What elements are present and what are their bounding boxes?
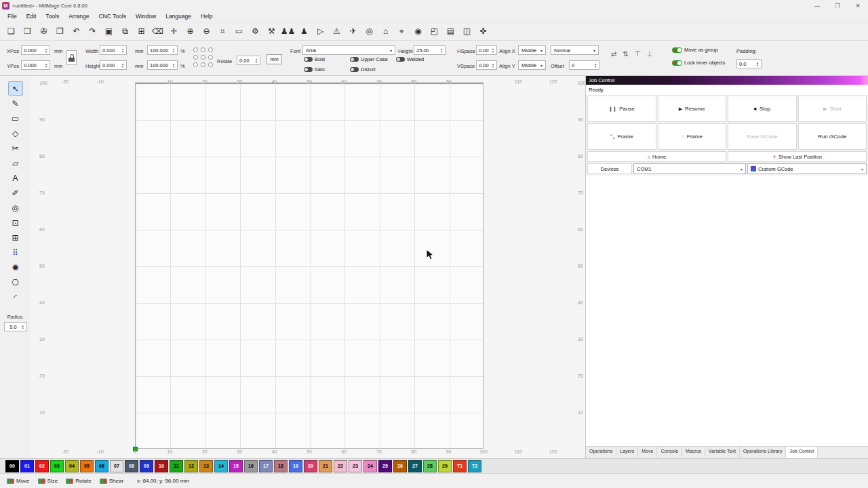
shear-handle-toggle[interactable]: Shear — [100, 478, 123, 484]
palette-swatch-24[interactable]: 24 — [363, 460, 377, 472]
welded-toggle[interactable]: Welded — [396, 56, 424, 62]
go-to-origin-button[interactable]: ⌖ — [396, 25, 408, 38]
machine-tools-button[interactable]: ⚒ — [266, 25, 277, 38]
palette-swatch-13[interactable]: 13 — [199, 460, 213, 472]
zoom-out-button[interactable]: ⊖ — [201, 25, 212, 38]
menu-language[interactable]: Language — [161, 13, 196, 20]
home-button[interactable]: ⌂ Home — [587, 151, 726, 162]
font-select[interactable]: Arial — [302, 45, 395, 55]
send-to-machine-button[interactable]: ✈ — [347, 25, 359, 38]
anchor-point[interactable] — [201, 47, 205, 52]
focus-z-button[interactable]: ✜ — [477, 25, 489, 38]
spinner-arrows-icon[interactable] — [439, 47, 444, 53]
width-input[interactable]: 0.000 — [100, 45, 127, 55]
spinner-arrows-icon[interactable] — [120, 47, 125, 53]
palette-swatch-08[interactable]: 08 — [125, 460, 138, 472]
hspace-input[interactable]: 0.00 — [476, 45, 497, 55]
port-select[interactable]: COM1 — [633, 163, 746, 174]
team-users-button[interactable]: ♟♟ — [282, 25, 294, 38]
show-last-position-button[interactable]: ✛ Show Last Position — [728, 151, 867, 162]
menu-tools[interactable]: Tools — [41, 13, 64, 20]
draw-rect-tool-button[interactable]: ▭ — [8, 111, 23, 125]
ypos-input[interactable]: 0.000 — [21, 60, 50, 70]
style-select[interactable]: Normal — [551, 45, 599, 55]
material-library-button[interactable]: ▤ — [445, 25, 456, 38]
set-origin-button[interactable]: ◉ — [412, 25, 424, 38]
delete-button[interactable]: ⌫ — [152, 25, 163, 38]
height-input[interactable]: 0.000 — [100, 60, 127, 70]
palette-swatch-17[interactable]: 17 — [259, 460, 273, 472]
paste-button[interactable]: ▣ — [103, 25, 115, 38]
select-tool-button[interactable]: ↖ — [8, 81, 23, 96]
align-bottom-icon[interactable]: ⊥ — [647, 50, 653, 58]
lock-aspect-button[interactable] — [66, 50, 77, 65]
align-top-icon[interactable]: ⊤ — [635, 50, 641, 58]
padding-input[interactable]: 0.0 — [736, 59, 762, 68]
palette-swatch-20[interactable]: 20 — [304, 460, 317, 472]
undo-button[interactable]: ↶ — [71, 25, 82, 38]
palette-swatch-06[interactable]: 06 — [95, 460, 108, 472]
xpos-input[interactable]: 0.000 — [21, 45, 50, 55]
frame-circle-button[interactable]: ◌Frame — [658, 123, 727, 150]
palette-swatch-18[interactable]: 18 — [274, 460, 288, 472]
edit-nodes-tool-button[interactable]: ✂ — [8, 141, 23, 155]
palette-swatch-25[interactable]: 25 — [378, 460, 392, 472]
palette-swatch-10[interactable]: 10 — [155, 460, 168, 472]
copy-button[interactable]: ⧉ — [119, 25, 131, 38]
tab-variable-text[interactable]: Variable Text — [705, 447, 740, 458]
palette-swatch-14[interactable]: 14 — [214, 460, 228, 472]
settings-gear-button[interactable]: ⚙ — [250, 25, 261, 38]
palette-swatch-12[interactable]: 12 — [184, 460, 198, 472]
anchor-point[interactable] — [208, 62, 213, 67]
offset-shape-tool-button[interactable]: ⊡ — [8, 216, 23, 230]
palette-swatch-28[interactable]: 28 — [423, 460, 437, 472]
menu-arrange[interactable]: Arrange — [64, 13, 94, 20]
rotary-setup-button[interactable]: ◫ — [461, 25, 473, 38]
menu-window[interactable]: Window — [131, 13, 161, 20]
draw-circle-tool-button[interactable]: ◎ — [8, 201, 23, 215]
anchor-point[interactable] — [201, 55, 205, 60]
palette-swatch-23[interactable]: 23 — [349, 460, 362, 472]
spinner-arrows-icon[interactable] — [490, 47, 496, 53]
machine-workspace[interactable] — [135, 83, 484, 449]
draw-polygon-tool-button[interactable]: ◇ — [8, 126, 23, 140]
save-gcode-button[interactable]: Save GCode — [728, 123, 797, 150]
spinner-arrows-icon[interactable] — [490, 62, 496, 68]
anchor-point[interactable] — [201, 62, 205, 67]
height-percent-input[interactable]: 100.000 — [147, 60, 178, 70]
palette-swatch-t2[interactable]: T2 — [468, 460, 481, 472]
frame-selection-button[interactable]: ⌗ — [217, 25, 229, 38]
boolean-weld-tool-button[interactable]: ⊞ — [8, 230, 23, 245]
maximize-button[interactable]: ❐ — [827, 0, 848, 11]
menu-help[interactable]: Help — [196, 13, 217, 20]
move-as-group-toggle[interactable]: Move as group — [672, 47, 718, 53]
palette-swatch-27[interactable]: 27 — [408, 460, 422, 472]
align-x-select[interactable]: Middle — [518, 45, 546, 55]
duplicate-button[interactable]: ⊞ — [136, 25, 147, 38]
tab-operations-library[interactable]: Operations Library — [740, 447, 787, 458]
preview-window-button[interactable]: ▭ — [233, 25, 245, 38]
palette-swatch-26[interactable]: 26 — [393, 460, 407, 472]
palette-swatch-11[interactable]: 11 — [170, 460, 183, 472]
palette-swatch-22[interactable]: 22 — [334, 460, 347, 472]
new-file-button[interactable]: ❏ — [5, 25, 17, 38]
palette-swatch-01[interactable]: 01 — [20, 460, 34, 472]
menu-edit[interactable]: Edit — [22, 13, 41, 20]
tab-console[interactable]: Console — [657, 447, 682, 458]
palette-swatch-05[interactable]: 05 — [80, 460, 94, 472]
export-file-button[interactable]: ❐ — [54, 25, 66, 38]
spinner-arrows-icon[interactable] — [171, 62, 176, 68]
fillet-corner-tool-button[interactable]: ◜ — [8, 290, 23, 304]
open-file-button[interactable]: ❒ — [22, 25, 33, 38]
start-button[interactable]: ▶Start — [798, 96, 867, 122]
spinner-arrows-icon[interactable] — [755, 61, 760, 66]
spinner-arrows-icon[interactable] — [20, 324, 26, 329]
upper-case-toggle[interactable]: Upper Case — [350, 56, 388, 62]
palette-swatch-04[interactable]: 04 — [65, 460, 79, 472]
user-profile-button[interactable]: ♟ — [298, 25, 310, 38]
width-percent-input[interactable]: 100.000 — [147, 45, 178, 55]
canvas-area[interactable]: -20-10102030405060708090110120-20-100102… — [31, 76, 585, 458]
mirror-vertical-icon[interactable]: ⇅ — [623, 50, 628, 58]
zoom-in-button[interactable]: ⊕ — [184, 25, 196, 38]
polygon-shape-tool-button[interactable]: ⎔ — [8, 275, 23, 289]
